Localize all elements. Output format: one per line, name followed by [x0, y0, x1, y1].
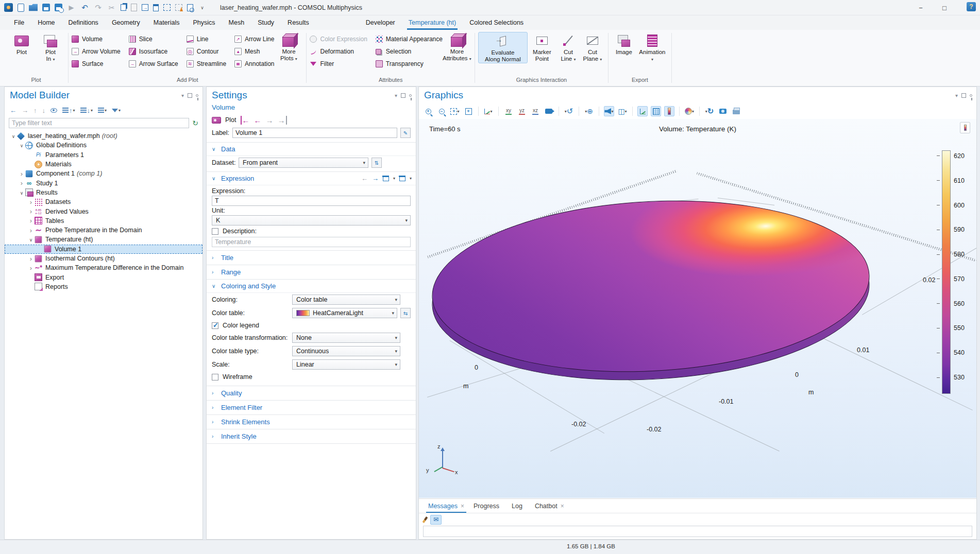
more-attributes-button[interactable]: More Attributes [443, 32, 471, 62]
default-view-icon[interactable] [483, 106, 494, 116]
qat-icon[interactable] [18, 4, 24, 12]
qat-icon[interactable] [42, 4, 50, 11]
ribbon-tab[interactable]: Temperature (ht) [402, 15, 463, 30]
ribbon-tab[interactable]: Materials [147, 15, 187, 30]
tree-item[interactable]: Datasets [5, 197, 202, 206]
go-to-source-icon[interactable]: ⇅ [371, 158, 382, 168]
ribbon-item[interactable]: Isosurface [129, 48, 178, 55]
cut-line-button[interactable]: Cut Line [556, 32, 580, 63]
tree-item[interactable]: Temperature (ht) [5, 235, 202, 244]
close-tab-icon[interactable]: × [561, 503, 564, 510]
ribbon-tab[interactable]: Home [31, 15, 61, 30]
ribbon-item[interactable]: Arrow Surface [129, 60, 178, 67]
qat-icon[interactable] [107, 3, 116, 12]
tree-item[interactable]: Volume 1 [5, 245, 202, 254]
previous-expression-icon[interactable]: ← [361, 175, 368, 182]
ribbon-item[interactable]: Volume [72, 36, 121, 43]
next-expression-icon[interactable]: → [372, 175, 379, 182]
qat-icon[interactable] [121, 4, 126, 11]
ribbon-item[interactable]: Selection [376, 48, 443, 55]
unit-dropdown[interactable]: K [212, 215, 411, 226]
panel-menu-icon[interactable] [181, 92, 184, 99]
qat-icon[interactable] [163, 4, 171, 11]
ribbon-item[interactable]: Arrow Volume [72, 48, 121, 55]
tree-item[interactable]: Materials [5, 160, 202, 169]
description-checkbox[interactable] [212, 228, 218, 235]
label-field-input[interactable] [232, 128, 397, 138]
color-legend-checkbox[interactable] [212, 322, 218, 329]
tree-item[interactable]: Parameters 1 [5, 150, 202, 160]
ribbon-item[interactable]: Surface [72, 60, 121, 67]
show-icon[interactable] [50, 108, 57, 113]
tree-expander-icon[interactable] [27, 236, 35, 243]
next-plot-icon[interactable]: → [266, 116, 274, 125]
tree-item[interactable]: Global Definitions [5, 141, 202, 150]
tree-item[interactable]: Reports [5, 282, 202, 291]
view-xy-icon[interactable]: xy [503, 106, 514, 116]
model-tree-nodes-icon[interactable] [98, 108, 107, 113]
section-quality[interactable]: ›Quality [207, 386, 416, 401]
plot-tools-icon[interactable] [960, 122, 970, 133]
tree-item[interactable]: Maximum Temperature Difference in the Do… [5, 263, 202, 272]
more-plots-button[interactable]: More Plots [274, 32, 303, 62]
clear-messages-icon[interactable] [423, 516, 428, 523]
float-panel-icon[interactable] [401, 93, 405, 98]
qat-icon[interactable] [187, 4, 193, 11]
section-expression[interactable]: ∨Expression ← → [207, 172, 416, 185]
ribbon-tab[interactable]: Colored Selections [463, 15, 530, 30]
evaluate-along-normal-button[interactable]: Evaluate Along Normal [478, 32, 528, 63]
section-inherit-style[interactable]: ›Inherit Style [207, 429, 416, 444]
expression-input[interactable] [212, 196, 411, 206]
window-layout-icon[interactable] [617, 106, 628, 116]
ribbon-item[interactable]: Annotation [234, 60, 274, 67]
messages-tab[interactable]: Progress [469, 499, 506, 513]
settings-plot-button[interactable]: Plot [225, 116, 236, 124]
filter-icon[interactable] [112, 108, 121, 113]
tree-item[interactable]: Component 1 (comp 1) [5, 169, 202, 178]
regenerate-icon[interactable] [704, 106, 715, 116]
show-grid-toggle[interactable] [651, 106, 661, 116]
tree-expander-icon[interactable] [27, 264, 35, 272]
expand-all-icon[interactable]: ↓ [80, 107, 93, 114]
messages-tab[interactable]: Messages × [424, 499, 468, 513]
tree-expander-icon[interactable] [27, 217, 35, 224]
show-color-legend-toggle[interactable] [664, 106, 674, 116]
float-panel-icon[interactable] [961, 93, 966, 98]
view-yz-icon[interactable]: yz [517, 106, 527, 116]
ribbon-tab[interactable]: Physics [186, 15, 222, 30]
open-messages-window-icon[interactable]: ✉ [430, 515, 442, 525]
pin-panel-icon[interactable] [970, 94, 972, 97]
scale-dropdown[interactable]: Linear [292, 359, 400, 370]
tree-expander-icon[interactable] [18, 170, 25, 178]
pin-panel-icon[interactable] [196, 94, 198, 97]
ribbon-tab[interactable]: Developer [359, 15, 402, 30]
qat-icon[interactable] [198, 3, 207, 12]
ribbon-item[interactable]: Contour [187, 48, 226, 55]
ribbon-item[interactable]: Material Appearance [376, 36, 443, 43]
tree-item[interactable]: Isothermal Contours (ht) [5, 254, 202, 263]
replace-expression-icon[interactable] [383, 176, 389, 181]
color-table-transformation-dropdown[interactable]: None [292, 333, 400, 343]
section-element-filter[interactable]: ›Element Filter [207, 401, 416, 415]
ribbon-item[interactable]: Line [187, 36, 226, 43]
help-icon[interactable]: ? [967, 2, 976, 11]
zoom-in-icon[interactable]: + [423, 106, 433, 116]
dataset-dropdown[interactable]: From parent [239, 158, 368, 168]
previous-plot-icon[interactable]: ← [254, 116, 262, 125]
color-table-dropdown[interactable]: HeatCameraLight [292, 308, 397, 318]
float-panel-icon[interactable] [188, 93, 192, 98]
tree-expander-icon[interactable] [27, 227, 35, 234]
ribbon-item[interactable]: Transparency [376, 60, 443, 67]
ribbon-tab[interactable]: File [7, 15, 31, 30]
snapshot-icon[interactable] [718, 106, 728, 116]
minimize-button[interactable]: − [909, 0, 933, 15]
cut-plane-button[interactable]: Cut Plane [580, 32, 605, 63]
ribbon-item[interactable]: Mesh [234, 48, 274, 55]
collapse-all-icon[interactable]: ↑ [62, 107, 75, 114]
qat-icon[interactable] [153, 4, 159, 11]
ribbon-tab[interactable]: Definitions [62, 15, 105, 30]
maximize-button[interactable]: □ [933, 0, 956, 15]
view-xz-icon[interactable]: xz [530, 106, 540, 116]
ribbon-item[interactable]: Streamline [187, 60, 226, 67]
tree-expander-icon[interactable] [10, 132, 17, 140]
